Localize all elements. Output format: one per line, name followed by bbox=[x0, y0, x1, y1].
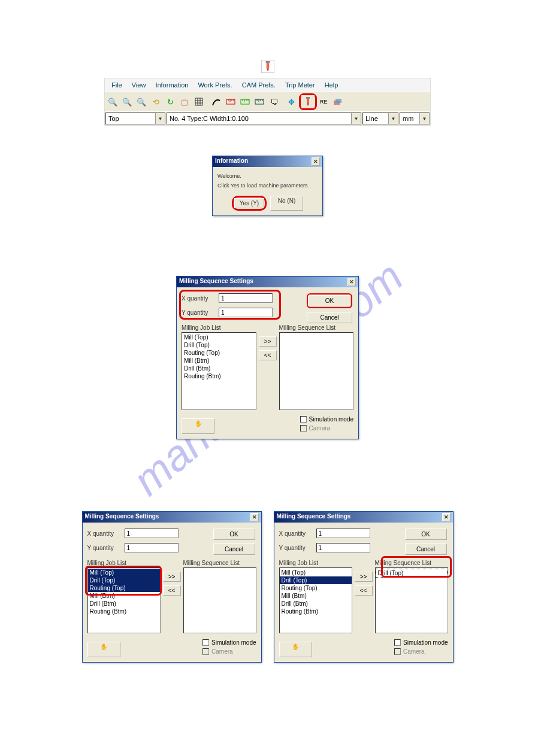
milling-sequence-list[interactable] bbox=[183, 567, 256, 633]
unit-value: mm bbox=[400, 115, 419, 122]
menu-cam-prefs[interactable]: CAM Prefs. bbox=[238, 80, 280, 90]
list-item[interactable]: Drill (Btm) bbox=[182, 365, 256, 372]
zoom-in-icon[interactable]: 🔍 bbox=[106, 95, 119, 108]
wire-icon[interactable]: RE bbox=[318, 95, 330, 108]
ok-button[interactable]: OK bbox=[213, 529, 255, 540]
list-item[interactable]: Mill (Btm) bbox=[182, 357, 256, 365]
y-quantity-input[interactable] bbox=[219, 308, 273, 317]
ruler-red-icon[interactable] bbox=[224, 95, 237, 108]
milling-sequence-list[interactable]: Drill (Top) bbox=[375, 567, 448, 633]
ok-button[interactable]: OK bbox=[309, 295, 350, 306]
toolbar-icons: 🔍 🔍 🔍 ⟲ ↻ ▢ 🗨 ✥ bbox=[105, 92, 430, 111]
manual-button[interactable]: ✋ bbox=[279, 642, 312, 657]
zoom-prev-icon[interactable]: ⟲ bbox=[149, 95, 162, 108]
list-item[interactable]: Mill (Top) bbox=[88, 569, 160, 576]
hand-icon: ✋ bbox=[195, 420, 202, 427]
drill-tool-icon-large bbox=[261, 60, 274, 73]
layer-value: Top bbox=[106, 115, 155, 122]
list-item[interactable]: Drill (Top) bbox=[280, 576, 352, 584]
list-item[interactable]: Drill (Btm) bbox=[280, 600, 352, 608]
refresh-icon[interactable]: ↻ bbox=[164, 95, 177, 108]
menu-information[interactable]: Information bbox=[151, 80, 192, 90]
layers-icon[interactable] bbox=[331, 95, 344, 108]
menu-trip-meter[interactable]: Trip Meter bbox=[281, 80, 319, 90]
list-item[interactable]: Drill (Top) bbox=[182, 341, 256, 349]
simulation-checkbox[interactable] bbox=[300, 416, 307, 423]
close-icon[interactable]: ✕ bbox=[250, 513, 259, 521]
unit-combo[interactable]: mm ▼ bbox=[400, 113, 430, 125]
layer-combo[interactable]: Top ▼ bbox=[105, 113, 165, 125]
simulation-label: Simulation mode bbox=[211, 639, 256, 646]
balloon-icon[interactable]: 🗨 bbox=[267, 95, 280, 108]
style-value: Line bbox=[363, 115, 388, 122]
x-quantity-input[interactable] bbox=[125, 529, 179, 538]
add-button[interactable]: >> bbox=[259, 336, 277, 347]
no-button[interactable]: No (N) bbox=[270, 196, 303, 211]
milling-sequence-list[interactable] bbox=[279, 332, 354, 410]
y-quantity-label: Y quantity bbox=[182, 309, 219, 316]
menu-file[interactable]: File bbox=[107, 80, 126, 90]
simulation-label: Simulation mode bbox=[309, 416, 353, 423]
milling-sequence-dialog-right: Milling Sequence Settings ✕ X quantity Y… bbox=[274, 511, 454, 663]
list-item[interactable]: Drill (Top) bbox=[376, 569, 448, 578]
ruler-green-icon[interactable] bbox=[238, 95, 252, 108]
y-quantity-input[interactable] bbox=[316, 543, 370, 552]
menu-help[interactable]: Help bbox=[321, 80, 343, 90]
svg-marker-2 bbox=[266, 68, 269, 71]
dialog-title: Milling Sequence Settings bbox=[179, 278, 253, 286]
list-item[interactable]: Drill (Top) bbox=[88, 576, 160, 584]
simulation-checkbox[interactable] bbox=[202, 639, 209, 646]
add-button[interactable]: >> bbox=[163, 572, 181, 582]
camera-checkbox bbox=[394, 648, 401, 655]
cancel-button[interactable]: Cancel bbox=[307, 312, 352, 323]
simulation-label: Simulation mode bbox=[403, 639, 448, 646]
ruler-dark-icon[interactable] bbox=[253, 95, 266, 108]
document-icon[interactable]: ▢ bbox=[178, 95, 191, 108]
close-icon[interactable]: ✕ bbox=[312, 157, 320, 166]
list-item[interactable]: Mill (Top) bbox=[280, 569, 352, 576]
list-item[interactable]: Drill (Btm) bbox=[88, 600, 160, 608]
list-item[interactable]: Routing (Btm) bbox=[88, 608, 160, 615]
x-quantity-input[interactable] bbox=[316, 529, 370, 538]
add-button[interactable]: >> bbox=[355, 572, 373, 582]
cancel-button[interactable]: Cancel bbox=[405, 544, 447, 555]
menu-work-prefs[interactable]: Work Prefs. bbox=[194, 80, 236, 90]
drill-tool-icon[interactable] bbox=[301, 95, 315, 108]
simulation-checkbox[interactable] bbox=[394, 639, 401, 646]
move-xy-icon[interactable]: ✥ bbox=[285, 95, 298, 108]
list-item[interactable]: Routing (Btm) bbox=[182, 372, 256, 380]
milling-job-list[interactable]: Mill (Top) Drill (Top) Routing (Top) Mil… bbox=[279, 567, 352, 633]
remove-button[interactable]: << bbox=[163, 585, 181, 596]
list-item[interactable]: Mill (Btm) bbox=[88, 592, 160, 600]
menu-view[interactable]: View bbox=[128, 80, 150, 90]
close-icon[interactable]: ✕ bbox=[442, 513, 451, 521]
milling-sequence-dialog: Milling Sequence Settings ✕ X quantity Y… bbox=[176, 276, 359, 439]
list-item[interactable]: Mill (Btm) bbox=[280, 592, 352, 600]
list-item[interactable]: Mill (Top) bbox=[182, 333, 256, 341]
ok-button[interactable]: OK bbox=[405, 529, 447, 540]
list-item[interactable]: Routing (Top) bbox=[88, 584, 160, 592]
yes-button[interactable]: Yes (Y) bbox=[234, 198, 264, 208]
remove-button[interactable]: << bbox=[355, 585, 373, 596]
x-quantity-input[interactable] bbox=[219, 293, 273, 303]
close-icon[interactable]: ✕ bbox=[347, 278, 356, 286]
zoom-out-icon[interactable]: 🔍 bbox=[120, 95, 134, 108]
milling-job-list[interactable]: Mill (Top) Drill (Top) Routing (Top) Mil… bbox=[87, 567, 161, 633]
manual-button[interactable]: ✋ bbox=[87, 642, 120, 657]
grid-icon[interactable] bbox=[192, 95, 205, 108]
remove-button[interactable]: << bbox=[259, 350, 277, 360]
milling-job-list[interactable]: Mill (Top) Drill (Top) Routing (Top) Mil… bbox=[182, 332, 256, 410]
curve-icon[interactable] bbox=[210, 95, 223, 108]
list-item[interactable]: Routing (Top) bbox=[280, 584, 352, 592]
svg-marker-8 bbox=[307, 104, 309, 106]
list-item[interactable]: Routing (Btm) bbox=[280, 608, 352, 615]
y-quantity-input[interactable] bbox=[125, 543, 179, 552]
dialog-titlebar: Milling Sequence Settings ✕ bbox=[83, 512, 261, 523]
x-quantity-label: X quantity bbox=[182, 295, 219, 302]
style-combo[interactable]: Line ▼ bbox=[362, 113, 398, 125]
manual-button[interactable]: ✋ bbox=[182, 418, 214, 434]
cancel-button[interactable]: Cancel bbox=[213, 544, 255, 555]
list-item[interactable]: Routing (Top) bbox=[182, 349, 256, 357]
info-combo[interactable]: No. 4 Type:C Width1:0.100 ▼ bbox=[167, 113, 361, 125]
zoom-fit-icon[interactable]: 🔍 bbox=[135, 95, 148, 108]
